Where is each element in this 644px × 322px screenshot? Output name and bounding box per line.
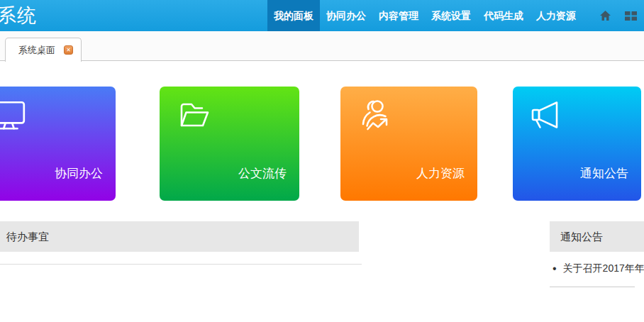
tile-notice[interactable]: 通知公告 xyxy=(513,87,641,201)
tile-grid: 协同办公 公文流传 人力资源 xyxy=(0,87,644,201)
nav-item-my-panel[interactable]: 我的面板 xyxy=(267,0,320,31)
header-icon-group xyxy=(599,0,637,31)
megaphone-icon xyxy=(530,98,564,132)
grid-icon[interactable] xyxy=(625,11,637,21)
tab-system-desktop[interactable]: 系统桌面 ✕ xyxy=(5,38,82,62)
nav-item-code-generation[interactable]: 代码生成 xyxy=(477,0,530,31)
notice-list-item[interactable]: • 关于召开2017年年 xyxy=(553,262,644,275)
todo-panel-title: 待办事宜 xyxy=(0,221,359,252)
nav-item-human-resources[interactable]: 人力资源 xyxy=(530,0,582,31)
nav-item-collaborative-office[interactable]: 协同办公 xyxy=(320,0,372,31)
notice-panel-divider xyxy=(550,287,635,287)
main-nav: 我的面板 协同办公 内容管理 系统设置 代码生成 人力资源 xyxy=(267,0,582,31)
tile-label: 通知公告 xyxy=(580,165,628,182)
tile-label: 公文流传 xyxy=(238,165,287,182)
app-header: 系统 我的面板 协同办公 内容管理 系统设置 代码生成 人力资源 xyxy=(0,0,644,31)
notice-panel-title: 通知公告 xyxy=(550,221,644,252)
person-activity-icon xyxy=(357,98,392,132)
tile-label: 协同办公 xyxy=(55,165,103,182)
close-icon[interactable]: ✕ xyxy=(64,45,73,55)
tab-label: 系统桌面 xyxy=(18,44,55,57)
tile-label: 人力资源 xyxy=(416,165,465,182)
folder-open-icon xyxy=(177,98,211,132)
tile-document-flow[interactable]: 公文流传 xyxy=(160,87,299,201)
home-icon[interactable] xyxy=(599,10,611,21)
tile-human-resources[interactable]: 人力资源 xyxy=(340,87,477,201)
bullet-icon: • xyxy=(553,262,557,275)
nav-item-system-settings[interactable]: 系统设置 xyxy=(425,0,477,31)
monitor-icon xyxy=(0,98,28,133)
notice-item-text: 关于召开2017年年 xyxy=(563,262,644,275)
app-logo: 系统 xyxy=(0,3,37,28)
nav-item-content-management[interactable]: 内容管理 xyxy=(372,0,425,31)
tile-collaborative-office[interactable]: 协同办公 xyxy=(0,87,116,201)
tab-bar: 系统桌面 ✕ xyxy=(0,31,644,61)
todo-panel-divider xyxy=(0,264,362,265)
